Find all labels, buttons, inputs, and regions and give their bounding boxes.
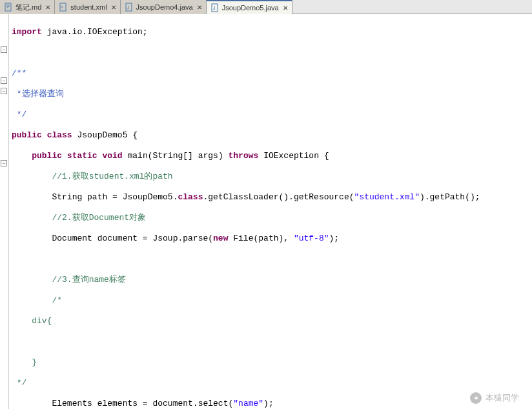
comment: //2.获取Document对象: [52, 213, 146, 223]
fold-toggle[interactable]: −: [1, 160, 7, 166]
code-text: IOException {: [258, 151, 329, 161]
javadoc: *选择器查询: [12, 89, 64, 99]
string: "utf-8": [294, 234, 329, 243]
svg-text:J: J: [213, 6, 216, 10]
tab-notes-md[interactable]: 笔记.md ✕: [0, 0, 55, 14]
fold-toggle[interactable]: −: [1, 46, 7, 53]
tab-jsoupdemo4[interactable]: J JsoupDemo4.java ✕: [121, 0, 207, 14]
javadoc: */: [12, 110, 26, 119]
svg-text:J: J: [127, 5, 130, 10]
keyword: public: [12, 130, 42, 140]
keyword: class: [47, 130, 72, 140]
xml-file-icon: X: [59, 3, 68, 12]
code-text: Document document = Jsoup.parse(: [52, 234, 213, 243]
comment: }: [12, 357, 37, 367]
svg-rect-0: [5, 3, 11, 11]
string: "name": [233, 399, 263, 408]
comment: /*: [52, 295, 62, 305]
keyword: public: [32, 151, 62, 161]
tab-label: student.xml: [70, 3, 107, 11]
keyword: new: [213, 234, 228, 243]
java-file-icon: J: [210, 3, 220, 12]
code-text: JsoupDemo5 {: [72, 130, 138, 140]
comment: //1.获取student.xml的path: [52, 172, 172, 181]
keyword: throws: [229, 151, 259, 161]
close-icon[interactable]: ✕: [45, 4, 50, 11]
file-icon: [4, 3, 13, 12]
comment: */: [12, 378, 26, 388]
watermark-text: 本猿同学: [486, 392, 519, 404]
tab-label: 笔记.md: [15, 3, 41, 12]
fold-toggle[interactable]: −: [1, 88, 7, 94]
code-text: ).getPath();: [420, 192, 480, 202]
tab-label: JsoupDemo5.java: [222, 4, 279, 12]
svg-text:X: X: [61, 5, 63, 9]
code-area[interactable]: import java.io.IOException; /** *选择器查询 *…: [9, 14, 532, 409]
keyword: static: [67, 151, 97, 161]
code-text: String path = JsoupDemo5.: [52, 192, 178, 202]
javadoc: /**: [12, 68, 26, 78]
editor-tabs: 笔记.md ✕ X student.xml ✕ J JsoupDemo4.jav…: [0, 0, 532, 14]
fold-toggle[interactable]: −: [1, 77, 7, 84]
code-text: Elements elements = document.select(: [52, 399, 233, 408]
code-editor[interactable]: − − − − import java.io.IOException; /** …: [0, 14, 532, 409]
keyword: import: [12, 27, 42, 37]
keyword: void: [102, 151, 122, 161]
wechat-icon: ✦: [470, 392, 482, 404]
code-text: );: [263, 399, 274, 408]
tab-jsoupdemo5[interactable]: J JsoupDemo5.java ✕: [207, 0, 292, 14]
code-text: File(path),: [228, 234, 293, 243]
keyword: class: [178, 192, 203, 202]
watermark: ✦ 本猿同学: [470, 392, 519, 404]
close-icon[interactable]: ✕: [283, 5, 288, 12]
fold-gutter: − − − −: [0, 14, 9, 409]
code-text: .getClassLoader().getResource(: [203, 192, 354, 202]
code-text: java.io.IOException;: [42, 27, 148, 37]
tab-student-xml[interactable]: X student.xml ✕: [55, 0, 120, 14]
close-icon[interactable]: ✕: [197, 4, 202, 11]
comment: div{: [12, 316, 52, 326]
java-file-icon: J: [125, 3, 134, 12]
comment: //3.查询name标签: [52, 275, 125, 284]
close-icon[interactable]: ✕: [111, 4, 116, 11]
tab-label: JsoupDemo4.java: [136, 3, 193, 11]
string: "student.xml": [354, 192, 420, 202]
code-text: );: [329, 234, 340, 243]
code-text: main(String[] args): [123, 151, 229, 161]
